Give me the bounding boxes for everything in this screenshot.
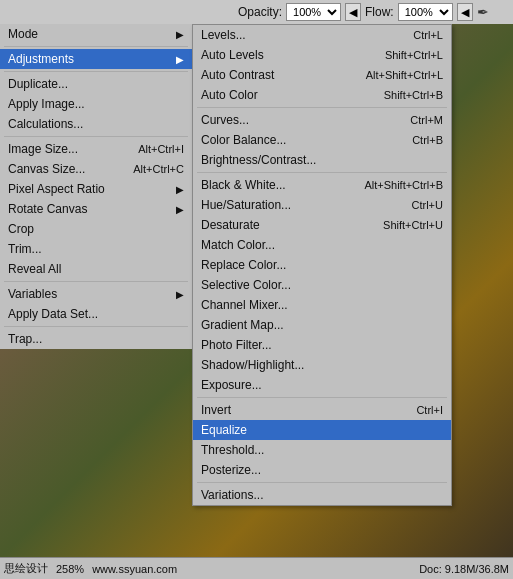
- menu-item-trap[interactable]: Trap...: [0, 329, 192, 349]
- pixel-aspect-ratio-arrow-icon: ▶: [176, 184, 184, 195]
- menu-item-trim[interactable]: Trim...: [0, 239, 192, 259]
- status-doc-info: Doc: 9.18M/36.8M: [419, 563, 509, 575]
- submenu-auto-contrast[interactable]: Auto Contrast Alt+Shift+Ctrl+L: [193, 65, 451, 85]
- opacity-select[interactable]: 100%: [286, 3, 341, 21]
- separator-5: [4, 326, 188, 327]
- flow-label: Flow:: [365, 5, 394, 19]
- menu-item-crop[interactable]: Crop: [0, 219, 192, 239]
- separator-2: [4, 71, 188, 72]
- submenu-sep-4: [197, 482, 447, 483]
- status-site: 思绘设计: [4, 561, 48, 576]
- submenu-gradient-map[interactable]: Gradient Map...: [193, 315, 451, 335]
- submenu-channel-mixer[interactable]: Channel Mixer...: [193, 295, 451, 315]
- menu-item-canvas-size[interactable]: Canvas Size... Alt+Ctrl+C: [0, 159, 192, 179]
- submenu-posterize[interactable]: Posterize...: [193, 460, 451, 480]
- submenu-auto-color[interactable]: Auto Color Shift+Ctrl+B: [193, 85, 451, 105]
- menu-item-mode[interactable]: Mode ▶: [0, 24, 192, 44]
- rotate-canvas-arrow-icon: ▶: [176, 204, 184, 215]
- submenu-photo-filter[interactable]: Photo Filter...: [193, 335, 451, 355]
- submenu-levels[interactable]: Levels... Ctrl+L: [193, 25, 451, 45]
- submenu-sep-3: [197, 397, 447, 398]
- status-zoom: 258%: [56, 563, 84, 575]
- submenu-shadow-highlight[interactable]: Shadow/Highlight...: [193, 355, 451, 375]
- submenu-replace-color[interactable]: Replace Color...: [193, 255, 451, 275]
- airbrush-icon: ✒: [477, 4, 489, 20]
- menu-item-duplicate[interactable]: Duplicate...: [0, 74, 192, 94]
- submenu-variations[interactable]: Variations...: [193, 485, 451, 505]
- adjustments-submenu: Levels... Ctrl+L Auto Levels Shift+Ctrl+…: [192, 24, 452, 506]
- left-menu: Mode ▶ Adjustments ▶ Duplicate... Apply …: [0, 24, 192, 349]
- submenu-match-color[interactable]: Match Color...: [193, 235, 451, 255]
- submenu-hue-saturation[interactable]: Hue/Saturation... Ctrl+U: [193, 195, 451, 215]
- submenu-brightness-contrast[interactable]: Brightness/Contrast...: [193, 150, 451, 170]
- submenu-black-white[interactable]: Black & White... Alt+Shift+Ctrl+B: [193, 175, 451, 195]
- menu-item-variables[interactable]: Variables ▶: [0, 284, 192, 304]
- separator-4: [4, 281, 188, 282]
- opacity-decrease[interactable]: ◀: [345, 3, 361, 21]
- flow-select[interactable]: 100%: [398, 3, 453, 21]
- menu-item-apply-data-set[interactable]: Apply Data Set...: [0, 304, 192, 324]
- menu-item-apply-image[interactable]: Apply Image...: [0, 94, 192, 114]
- variables-arrow-icon: ▶: [176, 289, 184, 300]
- separator-1: [4, 46, 188, 47]
- submenu-sep-1: [197, 107, 447, 108]
- menu-item-pixel-aspect-ratio[interactable]: Pixel Aspect Ratio ▶: [0, 179, 192, 199]
- mode-arrow-icon: ▶: [176, 29, 184, 40]
- menu-item-reveal-all[interactable]: Reveal All: [0, 259, 192, 279]
- opacity-label: Opacity:: [238, 5, 282, 19]
- submenu-curves[interactable]: Curves... Ctrl+M: [193, 110, 451, 130]
- menu-item-adjustments[interactable]: Adjustments ▶: [0, 49, 192, 69]
- adjustments-arrow-icon: ▶: [176, 54, 184, 65]
- status-url: www.ssyuan.com: [92, 563, 177, 575]
- submenu-exposure[interactable]: Exposure...: [193, 375, 451, 395]
- menu-item-rotate-canvas[interactable]: Rotate Canvas ▶: [0, 199, 192, 219]
- submenu-selective-color[interactable]: Selective Color...: [193, 275, 451, 295]
- status-bar: 思绘设计 258% www.ssyuan.com Doc: 9.18M/36.8…: [0, 557, 513, 579]
- submenu-color-balance[interactable]: Color Balance... Ctrl+B: [193, 130, 451, 150]
- separator-3: [4, 136, 188, 137]
- menu-item-image-size[interactable]: Image Size... Alt+Ctrl+I: [0, 139, 192, 159]
- flow-decrease[interactable]: ◀: [457, 3, 473, 21]
- menu-item-calculations[interactable]: Calculations...: [0, 114, 192, 134]
- submenu-auto-levels[interactable]: Auto Levels Shift+Ctrl+L: [193, 45, 451, 65]
- toolbar: Opacity: 100% ◀ Flow: 100% ◀ ✒: [0, 0, 513, 24]
- submenu-threshold[interactable]: Threshold...: [193, 440, 451, 460]
- submenu-equalize[interactable]: Equalize: [193, 420, 451, 440]
- submenu-invert[interactable]: Invert Ctrl+I: [193, 400, 451, 420]
- submenu-desaturate[interactable]: Desaturate Shift+Ctrl+U: [193, 215, 451, 235]
- submenu-sep-2: [197, 172, 447, 173]
